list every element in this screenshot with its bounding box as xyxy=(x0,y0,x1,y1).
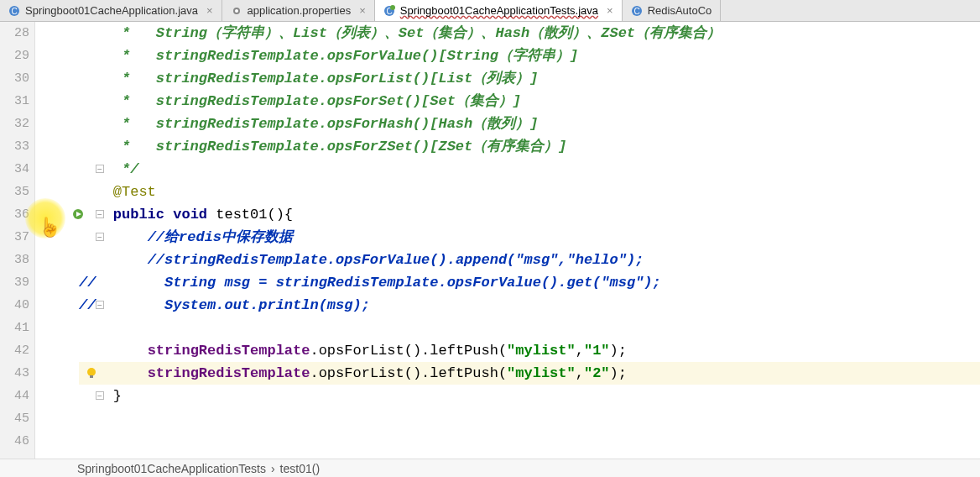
line-number: 41 xyxy=(0,317,29,339)
svg-rect-12 xyxy=(90,375,93,378)
svg-point-11 xyxy=(87,368,96,376)
fold-start-icon[interactable]: − xyxy=(96,233,104,241)
tab-label: RedisAutoCo xyxy=(648,4,712,17)
line-number: 42 xyxy=(0,339,29,362)
code-line[interactable]: stringRedisTemplate.opsForList().leftPus… xyxy=(79,362,980,385)
line-number: 40 xyxy=(0,294,29,317)
fold-end-icon[interactable]: − xyxy=(96,391,104,400)
properties-file-icon xyxy=(231,5,242,17)
svg-point-6 xyxy=(390,5,395,10)
line-number-gutter: 28293031323334353637383940414243444546 xyxy=(0,22,35,459)
code-line[interactable] xyxy=(79,407,980,430)
line-number: 35 xyxy=(0,181,29,203)
code-line[interactable]: * stringRedisTemplate.opsForList()[List（… xyxy=(79,67,980,90)
fold-end-icon[interactable]: − xyxy=(96,301,104,309)
intention-bulb-icon[interactable] xyxy=(86,367,97,379)
line-number: 43 xyxy=(0,362,29,385)
code-line[interactable]: //给redis中保存数据 xyxy=(79,226,980,249)
code-line[interactable]: // String msg = stringRedisTemplate.opsF… xyxy=(79,271,980,294)
code-line[interactable]: stringRedisTemplate.opsForList().leftPus… xyxy=(79,339,980,362)
line-number: 39 xyxy=(0,271,29,294)
tab-1[interactable]: application.properties× xyxy=(222,0,375,21)
class-file-icon: C xyxy=(8,5,20,17)
line-number: 28 xyxy=(0,22,29,45)
code-line[interactable]: //stringRedisTemplate.opsForValue().appe… xyxy=(79,249,980,271)
tab-label: application.properties xyxy=(248,4,352,17)
line-number: 36 xyxy=(0,203,29,226)
breadcrumb-method[interactable]: test01() xyxy=(280,462,320,475)
line-number: 32 xyxy=(0,113,29,135)
line-number: 37 xyxy=(0,226,29,249)
code-line[interactable]: @Test xyxy=(79,181,980,203)
line-number: 30 xyxy=(0,67,29,90)
code-line[interactable] xyxy=(79,317,980,339)
close-icon[interactable]: × xyxy=(603,4,613,17)
code-line[interactable]: // System.out.println(msg); xyxy=(79,294,980,317)
breadcrumb-class[interactable]: Springboot01CacheApplicationTests xyxy=(77,462,266,475)
svg-point-3 xyxy=(235,9,238,13)
code-editor[interactable]: * String（字符串）、List（列表）、Set（集合）、Hash（散列）、… xyxy=(77,22,980,459)
code-line[interactable]: * String（字符串）、List（列表）、Set（集合）、Hash（散列）、… xyxy=(79,22,980,45)
editor-area: 28293031323334353637383940414243444546 −… xyxy=(0,22,980,459)
line-number: 44 xyxy=(0,385,29,407)
code-line[interactable]: * stringRedisTemplate.opsForZSet()[ZSet（… xyxy=(79,135,980,158)
line-number: 31 xyxy=(0,90,29,113)
tab-label: Springboot01CacheApplication.java xyxy=(25,4,198,17)
code-line[interactable]: * stringRedisTemplate.opsForValue()[Stri… xyxy=(79,45,980,67)
line-number: 38 xyxy=(0,249,29,271)
code-line[interactable]: } xyxy=(79,385,980,407)
line-number: 46 xyxy=(0,430,29,453)
tab-bar: CSpringboot01CacheApplication.java×appli… xyxy=(0,0,980,22)
class-file-icon: C xyxy=(383,5,395,17)
code-line[interactable]: * stringRedisTemplate.opsForHash()[Hash（… xyxy=(79,113,980,135)
fold-end-icon[interactable]: − xyxy=(96,165,104,173)
fold-start-icon[interactable]: − xyxy=(96,210,104,218)
line-number: 34 xyxy=(0,158,29,181)
class-file-icon: C xyxy=(631,5,643,17)
code-line[interactable]: * stringRedisTemplate.opsForSet()[Set（集合… xyxy=(79,90,980,113)
tab-0[interactable]: CSpringboot01CacheApplication.java× xyxy=(0,0,222,21)
close-icon[interactable]: × xyxy=(203,4,213,17)
tab-label: Springboot01CacheApplicationTests.java xyxy=(400,4,598,17)
code-line[interactable]: */ xyxy=(79,158,980,181)
code-line[interactable] xyxy=(79,430,980,453)
tab-2[interactable]: CSpringboot01CacheApplicationTests.java× xyxy=(375,0,623,21)
line-number: 33 xyxy=(0,135,29,158)
svg-text:C: C xyxy=(633,7,639,16)
line-number: 45 xyxy=(0,407,29,430)
breadcrumb[interactable]: Springboot01CacheApplicationTests › test… xyxy=(0,459,980,477)
run-test-icon[interactable] xyxy=(72,208,84,220)
code-line[interactable]: public void test01(){ xyxy=(79,203,980,226)
close-icon[interactable]: × xyxy=(356,4,366,17)
line-number: 29 xyxy=(0,45,29,67)
chevron-icon: › xyxy=(271,462,275,475)
gutter-icons: −−−−− xyxy=(35,22,77,459)
tab-3[interactable]: CRedisAutoCo xyxy=(623,0,722,21)
svg-text:C: C xyxy=(11,7,17,16)
